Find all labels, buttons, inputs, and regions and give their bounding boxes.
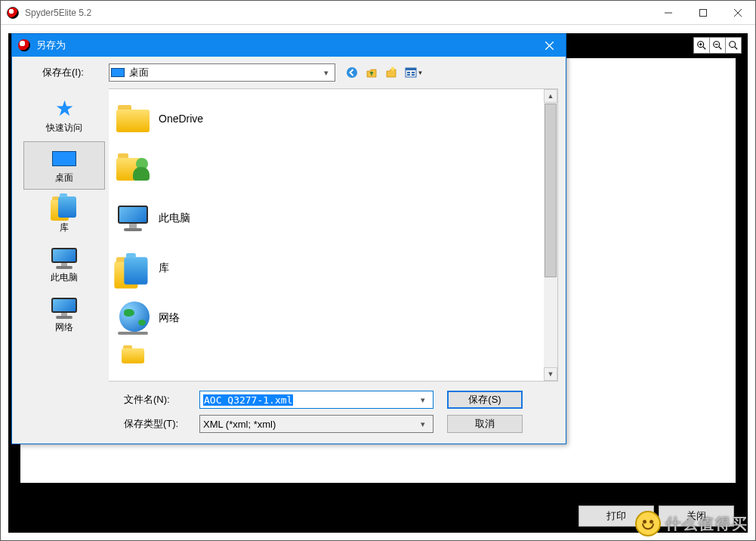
place-thispc[interactable]: 此电脑	[23, 241, 105, 289]
svg-rect-17	[412, 74, 415, 76]
new-folder-icon[interactable]	[384, 65, 399, 80]
desktop-mini-icon	[111, 68, 125, 77]
chevron-down-icon: ▾	[319, 68, 333, 78]
lookin-label: 保存在(I):	[20, 66, 109, 79]
place-network[interactable]: 网络	[23, 291, 105, 339]
filename-input[interactable]: AOC Q3277-1.xml ▾	[199, 391, 434, 409]
file-list-pane: OneDrive 此电脑 库	[109, 88, 558, 382]
svg-rect-16	[412, 72, 415, 73]
place-library[interactable]: 库	[23, 191, 105, 240]
minimize-button[interactable]	[651, 1, 686, 25]
item-label: 此电脑	[159, 212, 190, 225]
places-bar: ★ 快速访问 桌面 库 此电脑 网络	[20, 88, 109, 382]
globe-icon	[116, 301, 150, 335]
svg-rect-13	[406, 68, 416, 70]
print-button[interactable]: 打印	[579, 505, 654, 527]
filetype-combo[interactable]: XML (*xml; *xml) ▾	[199, 415, 434, 433]
scroll-thumb[interactable]	[545, 104, 557, 277]
zoom-fit-icon[interactable]	[725, 37, 742, 54]
lookin-combo[interactable]: 桌面 ▾	[109, 63, 335, 82]
svg-rect-14	[407, 72, 410, 73]
zoom-out-icon[interactable]	[709, 37, 726, 54]
item-label: OneDrive	[159, 113, 203, 125]
close-button[interactable]	[721, 1, 755, 25]
dialog-close-button[interactable]	[532, 34, 566, 57]
list-item[interactable]: 此电脑	[112, 193, 541, 243]
chevron-down-icon: ▾	[416, 419, 430, 429]
item-label: 库	[159, 261, 169, 275]
filename-value: AOC Q3277-1.xml	[203, 394, 293, 406]
scrollbar[interactable]: ▲ ▼	[544, 89, 557, 381]
save-button[interactable]: 保存(S)	[447, 391, 523, 409]
place-label: 此电脑	[51, 271, 78, 284]
place-label: 库	[60, 221, 69, 234]
monitor-icon	[51, 248, 77, 269]
main-titlebar[interactable]: Spyder5Elite 5.2	[1, 1, 755, 25]
library-icon	[51, 196, 78, 221]
user-folder-icon	[116, 153, 150, 184]
maximize-button[interactable]	[686, 1, 721, 25]
back-icon[interactable]	[344, 65, 359, 80]
monitor-icon	[118, 206, 148, 231]
list-item[interactable]	[112, 343, 541, 366]
place-quick-access[interactable]: ★ 快速访问	[23, 91, 105, 140]
view-menu-icon[interactable]: ▼	[403, 65, 424, 80]
filetype-value: XML (*xml; *xml)	[203, 419, 276, 430]
place-desktop[interactable]: 桌面	[23, 141, 105, 190]
place-label: 快速访问	[46, 122, 82, 134]
svg-line-6	[719, 47, 722, 50]
list-item[interactable]: OneDrive	[112, 94, 541, 144]
svg-point-8	[730, 42, 736, 48]
dialog-titlebar[interactable]: 另存为	[12, 34, 566, 57]
place-label: 网络	[55, 321, 73, 334]
app-icon	[7, 7, 19, 19]
folder-icon	[116, 105, 150, 132]
svg-line-2	[703, 47, 706, 50]
scroll-down-icon[interactable]: ▼	[544, 367, 557, 381]
svg-line-9	[735, 47, 738, 50]
place-label: 桌面	[55, 172, 73, 184]
list-item[interactable]: 库	[112, 243, 541, 293]
chevron-down-icon: ▾	[416, 395, 430, 405]
zoom-in-icon[interactable]	[693, 37, 710, 54]
svg-rect-15	[407, 74, 410, 76]
dialog-app-icon	[18, 39, 30, 51]
cancel-button[interactable]: 取消	[447, 415, 523, 433]
dialog-title: 另存为	[36, 39, 532, 52]
main-window-title: Spyder5Elite 5.2	[25, 8, 651, 18]
star-icon: ★	[55, 98, 74, 119]
svg-rect-0	[700, 9, 707, 16]
desktop-icon	[52, 151, 76, 166]
svg-point-10	[347, 67, 357, 78]
list-item[interactable]	[112, 144, 541, 193]
network-monitor-icon	[51, 298, 77, 319]
save-as-dialog: 另存为 保存在(I): 桌面 ▾	[11, 33, 566, 444]
filetype-label: 保存类型(T):	[109, 417, 199, 431]
file-list[interactable]: OneDrive 此电脑 库	[109, 89, 544, 381]
filename-label: 文件名(N):	[109, 393, 199, 407]
folder-icon	[122, 345, 144, 363]
library-icon	[114, 257, 151, 289]
item-label: 网络	[159, 311, 180, 325]
list-item[interactable]: 网络	[112, 293, 541, 343]
footer: 打印 关闭	[8, 499, 748, 533]
lookin-value: 桌面	[129, 66, 319, 79]
up-one-level-icon[interactable]	[364, 65, 379, 80]
close-app-button[interactable]: 关闭	[659, 505, 734, 527]
scroll-up-icon[interactable]: ▲	[544, 89, 557, 103]
